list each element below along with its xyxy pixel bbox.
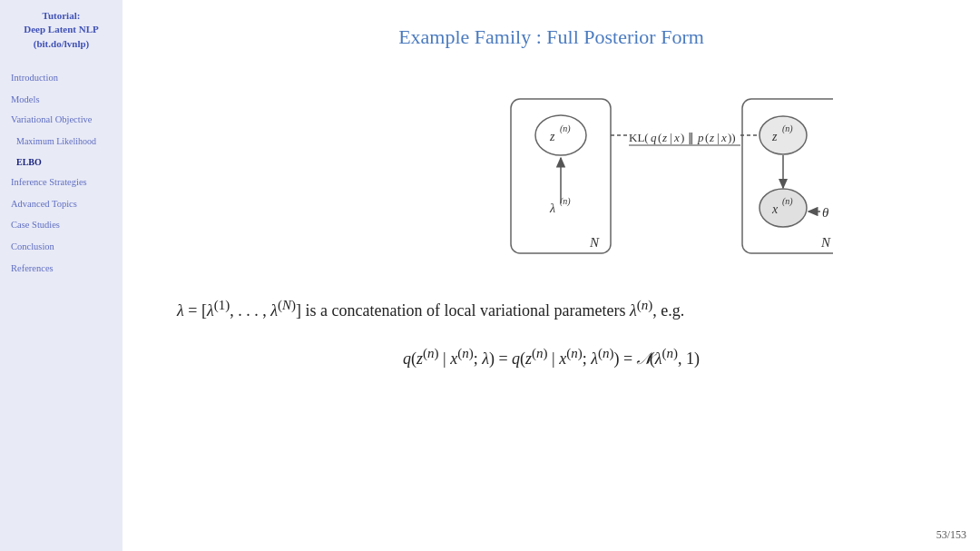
svg-text:z: z bbox=[771, 130, 778, 143]
svg-text:x: x bbox=[771, 202, 779, 216]
svg-text:q: q bbox=[651, 131, 657, 144]
svg-text:x: x bbox=[673, 131, 680, 144]
math-equation-2: q(z(n) | x(n); λ) = q(z(n) | x(n); λ(n))… bbox=[177, 342, 926, 372]
sidebar-item-maximum-likelihood[interactable]: Maximum Likelihood bbox=[7, 131, 115, 152]
svg-text:z: z bbox=[709, 131, 714, 144]
slide-title: Example Family : Full Posterior Form bbox=[168, 25, 935, 49]
svg-text:x: x bbox=[720, 131, 727, 144]
svg-text:(: ( bbox=[658, 131, 662, 144]
svg-text:)): )) bbox=[728, 131, 736, 144]
svg-text:KL(: KL( bbox=[629, 131, 649, 144]
svg-text:N: N bbox=[589, 235, 600, 250]
svg-text:N: N bbox=[820, 235, 831, 250]
main-content: Example Family : Full Posterior Form N z… bbox=[122, 0, 980, 551]
content-text: λ = [λ(1), . . . , λ(N)] is a concatenat… bbox=[168, 294, 935, 372]
sidebar-item-case-studies[interactable]: Case Studies bbox=[7, 214, 115, 236]
svg-text:p: p bbox=[697, 131, 704, 144]
svg-text:z: z bbox=[662, 131, 667, 144]
sidebar-item-variational-objective[interactable]: Variational Objective bbox=[7, 110, 115, 131]
sidebar-item-advanced-topics[interactable]: Advanced Topics bbox=[7, 193, 115, 215]
sidebar: Tutorial:Deep Latent NLP(bit.do/lvnlp) I… bbox=[0, 0, 122, 551]
sidebar-title: Tutorial:Deep Latent NLP(bit.do/lvnlp) bbox=[7, 9, 115, 51]
svg-text:(n): (n) bbox=[782, 123, 793, 134]
page-number: 53/153 bbox=[936, 528, 966, 542]
math-equation-1: λ = [λ(1), . . . , λ(N)] is a concatenat… bbox=[177, 294, 926, 324]
svg-point-27 bbox=[760, 189, 807, 227]
sidebar-item-inference-strategies[interactable]: Inference Strategies bbox=[7, 172, 115, 193]
graphical-model-diagram: N z (n) λ (n) KL( q ( z | x ) ‖ p ( z | … bbox=[270, 76, 833, 267]
sidebar-item-conclusion[interactable]: Conclusion bbox=[7, 236, 115, 258]
svg-text:(n): (n) bbox=[782, 196, 793, 207]
svg-text:(n): (n) bbox=[560, 123, 571, 134]
svg-text:|: | bbox=[670, 131, 672, 144]
svg-text:|: | bbox=[717, 131, 720, 144]
svg-point-2 bbox=[535, 115, 586, 155]
svg-point-24 bbox=[760, 116, 807, 154]
sidebar-item-references[interactable]: References bbox=[7, 258, 115, 280]
svg-text:z: z bbox=[549, 130, 555, 143]
diagram-area: N z (n) λ (n) KL( q ( z | x ) ‖ p ( z | … bbox=[168, 76, 935, 267]
sidebar-item-elbo[interactable]: ELBO bbox=[7, 152, 115, 172]
sidebar-item-models[interactable]: Models bbox=[7, 89, 115, 111]
svg-text:) ‖: ) ‖ bbox=[681, 131, 694, 144]
sidebar-item-introduction[interactable]: Introduction bbox=[7, 67, 115, 89]
svg-text:λ: λ bbox=[549, 202, 555, 215]
svg-text:(n): (n) bbox=[560, 196, 571, 207]
svg-text:θ: θ bbox=[822, 205, 829, 220]
svg-text:(: ( bbox=[705, 131, 709, 144]
